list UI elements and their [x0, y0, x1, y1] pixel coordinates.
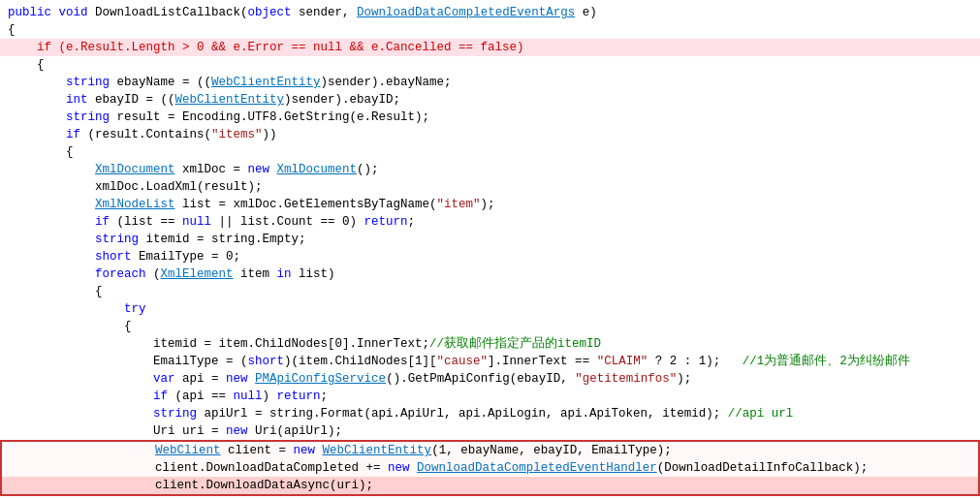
code-line: WebClient client = new WebClientEntity(1…	[0, 440, 980, 459]
code-line: string itemid = string.Empty;	[0, 231, 980, 248]
code-content: foreach (XmlElement item in list)	[8, 265, 335, 283]
code-line: if (result.Contains("items"))	[0, 126, 980, 143]
code-line: if (list == null || list.Count == 0) ret…	[0, 213, 980, 231]
code-content: WebClient client = new WebClientEntity(1…	[10, 442, 672, 459]
code-content: Uri uri = new Uri(apiUrl);	[8, 422, 342, 440]
code-content: {	[8, 21, 16, 39]
code-content: client.DownloadDataCompleted += new Down…	[10, 459, 868, 477]
code-content: if (result.Contains("items"))	[8, 126, 277, 143]
code-line: client.DownloadDataCompleted += new Down…	[0, 459, 980, 477]
code-line: public void DownloadListCallback(object …	[0, 4, 980, 21]
code-content: client.DownloadDataAsync(uri);	[10, 477, 373, 494]
code-line: xmlDoc.LoadXml(result);	[0, 178, 980, 196]
code-line: {	[0, 318, 980, 335]
code-content: xmlDoc.LoadXml(result);	[8, 178, 263, 196]
code-line: {	[0, 56, 980, 74]
code-line: XmlDocument xmlDoc = new XmlDocument();	[0, 161, 980, 178]
code-content: XmlDocument xmlDoc = new XmlDocument();	[8, 161, 379, 178]
code-content: if (api == null) return;	[8, 388, 328, 405]
code-content: string result = Encoding.UTF8.GetString(…	[8, 109, 429, 126]
code-line: if (api == null) return;	[0, 388, 980, 405]
code-content: EmailType = (short)(item.ChildNodes[1]["…	[8, 353, 910, 370]
code-line: {	[0, 283, 980, 300]
code-line: string ebayName = ((WebClientEntity)send…	[0, 74, 980, 91]
code-line: string result = Encoding.UTF8.GetString(…	[0, 109, 980, 126]
code-line: foreach (XmlElement item in list)	[0, 265, 980, 283]
code-editor: public void DownloadListCallback(object …	[0, 0, 980, 499]
code-line: client.DownloadDataAsync(uri);	[0, 477, 980, 496]
code-line: var api = new PMApiConfigService().GetPm…	[0, 370, 980, 388]
code-line: EmailType = (short)(item.ChildNodes[1]["…	[0, 353, 980, 370]
code-content: if (e.Result.Length > 0 && e.Error == nu…	[8, 39, 524, 56]
code-content: string apiUrl = string.Format(api.ApiUrl…	[8, 405, 793, 422]
code-line: {	[0, 143, 980, 161]
code-content: string itemid = string.Empty;	[8, 231, 306, 248]
code-content: {	[8, 283, 103, 300]
code-content: {	[8, 143, 74, 161]
code-content: var api = new PMApiConfigService().GetPm…	[8, 370, 691, 388]
code-content: XmlNodeList list = xmlDoc.GetElementsByT…	[8, 196, 495, 213]
code-line: Uri uri = new Uri(apiUrl);	[0, 422, 980, 440]
code-content: if (list == null || list.Count == 0) ret…	[8, 213, 415, 231]
code-line: int ebayID = ((WebClientEntity)sender).e…	[0, 91, 980, 109]
code-line: {	[0, 21, 980, 39]
code-content: short EmailType = 0;	[8, 248, 240, 265]
code-line: itemid = item.ChildNodes[0].InnerText;//…	[0, 335, 980, 353]
code-line: string apiUrl = string.Format(api.ApiUrl…	[0, 405, 980, 422]
code-content: itemid = item.ChildNodes[0].InnerText;//…	[8, 335, 601, 353]
code-line: if (e.Result.Length > 0 && e.Error == nu…	[0, 39, 980, 56]
code-content: try	[8, 300, 146, 318]
code-line: short EmailType = 0;	[0, 248, 980, 265]
code-line: XmlNodeList list = xmlDoc.GetElementsByT…	[0, 196, 980, 213]
code-content: string ebayName = ((WebClientEntity)send…	[8, 74, 452, 91]
code-line: try	[0, 300, 980, 318]
code-content: {	[8, 318, 132, 335]
code-content: public void DownloadListCallback(object …	[8, 4, 597, 21]
code-content: {	[8, 56, 45, 74]
code-content: int ebayID = ((WebClientEntity)sender).e…	[8, 91, 400, 109]
